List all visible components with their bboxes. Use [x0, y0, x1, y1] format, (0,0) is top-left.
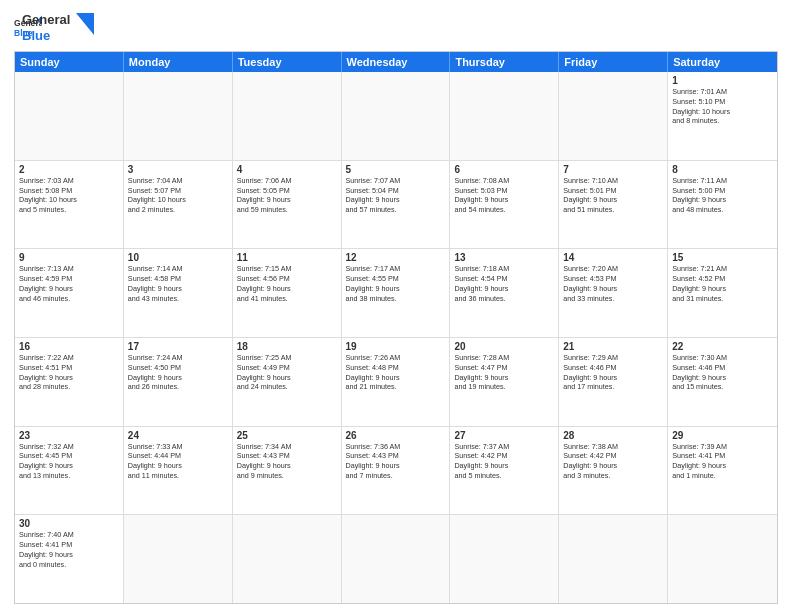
table-row: [559, 515, 668, 603]
day-number: 4: [237, 164, 337, 175]
day-number: 25: [237, 430, 337, 441]
day-number: 21: [563, 341, 663, 352]
day-number: 9: [19, 252, 119, 263]
day-info: Sunrise: 7:07 AM Sunset: 5:04 PM Dayligh…: [346, 176, 446, 215]
day-info: Sunrise: 7:13 AM Sunset: 4:59 PM Dayligh…: [19, 264, 119, 303]
calendar-row-5: 30Sunrise: 7:40 AM Sunset: 4:41 PM Dayli…: [15, 514, 777, 603]
day-number: 6: [454, 164, 554, 175]
table-row: 13Sunrise: 7:18 AM Sunset: 4:54 PM Dayli…: [450, 249, 559, 337]
day-info: Sunrise: 7:14 AM Sunset: 4:58 PM Dayligh…: [128, 264, 228, 303]
weekday-sunday: Sunday: [15, 52, 124, 72]
day-number: 1: [672, 75, 773, 86]
day-info: Sunrise: 7:36 AM Sunset: 4:43 PM Dayligh…: [346, 442, 446, 481]
day-info: Sunrise: 7:33 AM Sunset: 4:44 PM Dayligh…: [128, 442, 228, 481]
svg-marker-3: [76, 13, 94, 35]
table-row: 11Sunrise: 7:15 AM Sunset: 4:56 PM Dayli…: [233, 249, 342, 337]
day-number: 3: [128, 164, 228, 175]
weekday-friday: Friday: [559, 52, 668, 72]
day-number: 16: [19, 341, 119, 352]
table-row: 5Sunrise: 7:07 AM Sunset: 5:04 PM Daylig…: [342, 161, 451, 249]
day-info: Sunrise: 7:11 AM Sunset: 5:00 PM Dayligh…: [672, 176, 773, 215]
day-number: 13: [454, 252, 554, 263]
day-info: Sunrise: 7:26 AM Sunset: 4:48 PM Dayligh…: [346, 353, 446, 392]
table-row: 24Sunrise: 7:33 AM Sunset: 4:44 PM Dayli…: [124, 427, 233, 515]
day-number: 30: [19, 518, 119, 529]
table-row: 10Sunrise: 7:14 AM Sunset: 4:58 PM Dayli…: [124, 249, 233, 337]
table-row: 21Sunrise: 7:29 AM Sunset: 4:46 PM Dayli…: [559, 338, 668, 426]
day-info: Sunrise: 7:22 AM Sunset: 4:51 PM Dayligh…: [19, 353, 119, 392]
table-row: [124, 72, 233, 160]
table-row: 12Sunrise: 7:17 AM Sunset: 4:55 PM Dayli…: [342, 249, 451, 337]
table-row: 14Sunrise: 7:20 AM Sunset: 4:53 PM Dayli…: [559, 249, 668, 337]
day-info: Sunrise: 7:39 AM Sunset: 4:41 PM Dayligh…: [672, 442, 773, 481]
calendar-row-2: 9Sunrise: 7:13 AM Sunset: 4:59 PM Daylig…: [15, 248, 777, 337]
day-info: Sunrise: 7:18 AM Sunset: 4:54 PM Dayligh…: [454, 264, 554, 303]
page: General Blue General Blue Sunday Monday …: [0, 0, 792, 612]
day-number: 8: [672, 164, 773, 175]
table-row: [668, 515, 777, 603]
day-number: 17: [128, 341, 228, 352]
table-row: 30Sunrise: 7:40 AM Sunset: 4:41 PM Dayli…: [15, 515, 124, 603]
day-number: 20: [454, 341, 554, 352]
weekday-monday: Monday: [124, 52, 233, 72]
day-info: Sunrise: 7:37 AM Sunset: 4:42 PM Dayligh…: [454, 442, 554, 481]
table-row: 7Sunrise: 7:10 AM Sunset: 5:01 PM Daylig…: [559, 161, 668, 249]
table-row: 6Sunrise: 7:08 AM Sunset: 5:03 PM Daylig…: [450, 161, 559, 249]
day-number: 12: [346, 252, 446, 263]
table-row: [124, 515, 233, 603]
day-info: Sunrise: 7:03 AM Sunset: 5:08 PM Dayligh…: [19, 176, 119, 215]
table-row: [15, 72, 124, 160]
table-row: [342, 72, 451, 160]
calendar-body: 1Sunrise: 7:01 AM Sunset: 5:10 PM Daylig…: [15, 72, 777, 603]
day-info: Sunrise: 7:08 AM Sunset: 5:03 PM Dayligh…: [454, 176, 554, 215]
day-info: Sunrise: 7:04 AM Sunset: 5:07 PM Dayligh…: [128, 176, 228, 215]
day-info: Sunrise: 7:20 AM Sunset: 4:53 PM Dayligh…: [563, 264, 663, 303]
header: General Blue General Blue: [14, 12, 778, 43]
table-row: 15Sunrise: 7:21 AM Sunset: 4:52 PM Dayli…: [668, 249, 777, 337]
day-number: 24: [128, 430, 228, 441]
day-number: 23: [19, 430, 119, 441]
table-row: 8Sunrise: 7:11 AM Sunset: 5:00 PM Daylig…: [668, 161, 777, 249]
table-row: 27Sunrise: 7:37 AM Sunset: 4:42 PM Dayli…: [450, 427, 559, 515]
calendar-row-1: 2Sunrise: 7:03 AM Sunset: 5:08 PM Daylig…: [15, 160, 777, 249]
table-row: [450, 72, 559, 160]
table-row: 23Sunrise: 7:32 AM Sunset: 4:45 PM Dayli…: [15, 427, 124, 515]
table-row: [233, 72, 342, 160]
day-number: 11: [237, 252, 337, 263]
day-number: 2: [19, 164, 119, 175]
table-row: 19Sunrise: 7:26 AM Sunset: 4:48 PM Dayli…: [342, 338, 451, 426]
table-row: 2Sunrise: 7:03 AM Sunset: 5:08 PM Daylig…: [15, 161, 124, 249]
day-number: 5: [346, 164, 446, 175]
table-row: 25Sunrise: 7:34 AM Sunset: 4:43 PM Dayli…: [233, 427, 342, 515]
day-info: Sunrise: 7:38 AM Sunset: 4:42 PM Dayligh…: [563, 442, 663, 481]
day-info: Sunrise: 7:15 AM Sunset: 4:56 PM Dayligh…: [237, 264, 337, 303]
table-row: 3Sunrise: 7:04 AM Sunset: 5:07 PM Daylig…: [124, 161, 233, 249]
weekday-thursday: Thursday: [450, 52, 559, 72]
table-row: 9Sunrise: 7:13 AM Sunset: 4:59 PM Daylig…: [15, 249, 124, 337]
table-row: 17Sunrise: 7:24 AM Sunset: 4:50 PM Dayli…: [124, 338, 233, 426]
table-row: [342, 515, 451, 603]
calendar: Sunday Monday Tuesday Wednesday Thursday…: [14, 51, 778, 604]
day-number: 26: [346, 430, 446, 441]
day-number: 7: [563, 164, 663, 175]
day-info: Sunrise: 7:01 AM Sunset: 5:10 PM Dayligh…: [672, 87, 773, 126]
day-info: Sunrise: 7:28 AM Sunset: 4:47 PM Dayligh…: [454, 353, 554, 392]
day-info: Sunrise: 7:21 AM Sunset: 4:52 PM Dayligh…: [672, 264, 773, 303]
weekday-tuesday: Tuesday: [233, 52, 342, 72]
table-row: 29Sunrise: 7:39 AM Sunset: 4:41 PM Dayli…: [668, 427, 777, 515]
table-row: 20Sunrise: 7:28 AM Sunset: 4:47 PM Dayli…: [450, 338, 559, 426]
table-row: 28Sunrise: 7:38 AM Sunset: 4:42 PM Dayli…: [559, 427, 668, 515]
day-info: Sunrise: 7:10 AM Sunset: 5:01 PM Dayligh…: [563, 176, 663, 215]
table-row: [559, 72, 668, 160]
day-number: 22: [672, 341, 773, 352]
weekday-wednesday: Wednesday: [342, 52, 451, 72]
day-number: 10: [128, 252, 228, 263]
day-info: Sunrise: 7:40 AM Sunset: 4:41 PM Dayligh…: [19, 530, 119, 569]
day-info: Sunrise: 7:30 AM Sunset: 4:46 PM Dayligh…: [672, 353, 773, 392]
day-number: 29: [672, 430, 773, 441]
table-row: 22Sunrise: 7:30 AM Sunset: 4:46 PM Dayli…: [668, 338, 777, 426]
logo-blue: Blue: [22, 28, 70, 44]
calendar-row-0: 1Sunrise: 7:01 AM Sunset: 5:10 PM Daylig…: [15, 72, 777, 160]
day-number: 27: [454, 430, 554, 441]
day-number: 19: [346, 341, 446, 352]
